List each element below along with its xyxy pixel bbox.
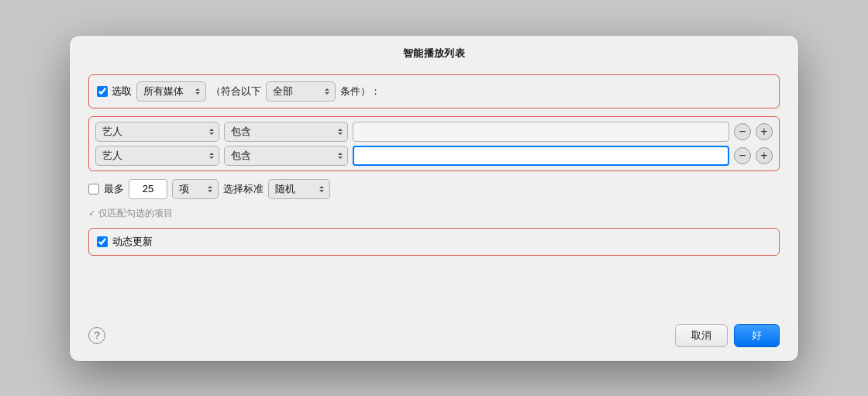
dynamic-update-box: 动态更新 — [88, 228, 780, 256]
select-checkbox[interactable] — [97, 86, 108, 97]
condition-type-select[interactable]: 全部 — [266, 81, 336, 102]
limit-label: 最多 — [104, 182, 124, 196]
limit-checkbox[interactable] — [88, 184, 99, 195]
add-condition-2-button[interactable]: + — [756, 147, 773, 164]
ok-button[interactable]: 好 — [734, 324, 780, 347]
dialog-body: 选取 所有媒体 （符合以下 全部 条件）： 艺人 包含 — [70, 67, 798, 318]
operator-select-2[interactable]: 包含 — [224, 146, 348, 166]
hint-text: 仅匹配勾选的项目 — [88, 207, 780, 220]
dialog-footer: ? 取消 好 — [70, 318, 798, 361]
select-checkbox-label[interactable]: 选取 — [97, 84, 132, 98]
add-condition-1-button[interactable]: + — [756, 123, 773, 140]
top-section: 选取 所有媒体 （符合以下 全部 条件）： — [88, 74, 780, 108]
smart-playlist-dialog: 智能播放列表 选取 所有媒体 （符合以下 全部 条件）： — [70, 36, 798, 361]
select-label: 选取 — [112, 84, 132, 98]
condition-prefix: （符合以下 — [211, 84, 261, 98]
footer-buttons: 取消 好 — [675, 324, 780, 347]
remove-condition-1-button[interactable]: − — [734, 123, 751, 140]
dynamic-update-checkbox[interactable] — [97, 236, 108, 247]
value-input-1[interactable] — [353, 122, 729, 142]
operator-select-1[interactable]: 包含 — [224, 122, 348, 142]
cancel-button[interactable]: 取消 — [675, 324, 728, 347]
dynamic-update-label: 动态更新 — [112, 235, 153, 249]
sort-label: 选择标准 — [223, 182, 264, 196]
limit-unit-select[interactable]: 项 — [172, 179, 219, 199]
media-type-select[interactable]: 所有媒体 — [136, 81, 206, 102]
dialog-title: 智能播放列表 — [70, 36, 798, 67]
condition-row-1: 艺人 包含 − + — [95, 122, 773, 142]
top-row: 选取 所有媒体 （符合以下 全部 条件）： — [97, 81, 771, 102]
condition-row-2: 艺人 包含 − + — [95, 146, 773, 166]
field-select-2[interactable]: 艺人 — [95, 146, 219, 166]
limit-value-input[interactable] — [129, 179, 167, 199]
conditions-box: 艺人 包含 − + 艺人 包含 − + — [88, 116, 780, 171]
field-select-1[interactable]: 艺人 — [95, 122, 219, 142]
limit-row: 最多 项 选择标准 随机 — [88, 179, 780, 199]
help-button[interactable]: ? — [88, 327, 105, 344]
sort-select[interactable]: 随机 — [268, 179, 330, 199]
remove-condition-2-button[interactable]: − — [734, 147, 751, 164]
value-input-2[interactable] — [353, 146, 729, 166]
condition-suffix: 条件）： — [340, 84, 381, 98]
